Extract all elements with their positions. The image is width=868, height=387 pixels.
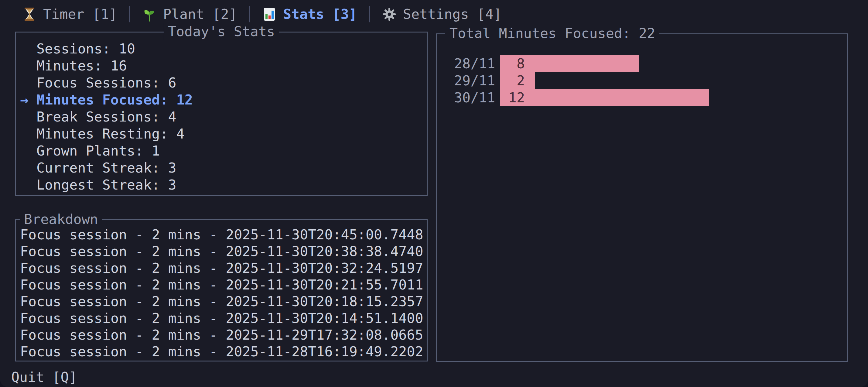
stat-text: Sessions: 10 xyxy=(36,41,135,57)
minutes-bar-chart: 28/11829/11230/1112 xyxy=(437,34,847,106)
tab-plant-label: Plant [2] xyxy=(163,6,237,23)
chart-row: 30/1112 xyxy=(454,89,847,106)
chart-category-label: 29/11 xyxy=(454,72,495,89)
bar-chart-icon xyxy=(262,7,277,22)
stat-row[interactable]: →Minutes Focused: 12 xyxy=(20,91,427,109)
todays-stats-panel: Today's Stats Sessions: 10Minutes: 16Foc… xyxy=(15,32,428,196)
chart-category-label: 30/11 xyxy=(454,89,495,106)
gear-icon xyxy=(382,7,397,22)
tab-divider: │ xyxy=(245,6,254,23)
tab-settings[interactable]: Settings [4] xyxy=(382,6,502,23)
todays-stats-title: Today's Stats xyxy=(164,23,279,40)
stat-text: Break Sessions: 4 xyxy=(36,109,177,125)
breakdown-entry: Focus session - 2 mins - 2025-11-30T20:1… xyxy=(20,310,427,327)
stat-row[interactable]: Focus Sessions: 6 xyxy=(20,75,427,91)
breakdown-panel: Breakdown Focus session - 2 mins - 2025-… xyxy=(15,219,428,361)
tab-timer[interactable]: Timer [1] xyxy=(22,6,117,23)
chart-row: 29/112 xyxy=(454,72,847,89)
stat-text: Grown Plants: 1 xyxy=(36,143,160,159)
selection-arrow-icon: → xyxy=(20,91,36,109)
seedling-icon xyxy=(142,7,157,22)
chart-category-label: 28/11 xyxy=(454,55,495,72)
chart-bar: 2 xyxy=(500,72,535,89)
breakdown-list: Focus session - 2 mins - 2025-11-30T20:4… xyxy=(16,220,427,360)
breakdown-title: Breakdown xyxy=(20,211,102,228)
stat-text: Current Streak: 3 xyxy=(36,160,177,176)
breakdown-entry: Focus session - 2 mins - 2025-11-30T20:3… xyxy=(20,260,427,276)
tab-timer-label: Timer [1] xyxy=(43,6,117,23)
stat-row[interactable]: Grown Plants: 1 xyxy=(20,143,427,159)
stat-row[interactable]: Sessions: 10 xyxy=(20,40,427,57)
breakdown-entry: Focus session - 2 mins - 2025-11-30T20:4… xyxy=(20,226,427,243)
chart-bar-value: 12 xyxy=(508,89,525,106)
tab-divider: │ xyxy=(125,6,134,23)
chart-bar-value: 8 xyxy=(508,55,525,72)
total-minutes-panel: Total Minutes Focused: 22 28/11829/11230… xyxy=(436,33,848,362)
chart-bar: 8 xyxy=(500,55,639,72)
tab-divider: │ xyxy=(365,6,374,23)
breakdown-entry: Focus session - 2 mins - 2025-11-29T17:3… xyxy=(20,327,427,343)
hourglass-icon xyxy=(22,7,37,22)
chart-row: 28/118 xyxy=(454,55,847,72)
stat-text: Longest Streak: 3 xyxy=(36,177,177,193)
tab-bar: Timer [1] │ Plant [2] │ xyxy=(22,5,502,24)
breakdown-entry: Focus session - 2 mins - 2025-11-30T20:3… xyxy=(20,243,427,260)
stat-row[interactable]: Longest Streak: 3 xyxy=(20,177,427,194)
stat-text: Minutes Resting: 4 xyxy=(36,126,185,142)
quit-hint[interactable]: Quit [Q] xyxy=(11,369,77,386)
total-minutes-title: Total Minutes Focused: 22 xyxy=(445,25,659,42)
tab-stats-label: Stats [3] xyxy=(283,6,357,23)
breakdown-entry: Focus session - 2 mins - 2025-11-30T20:2… xyxy=(20,276,427,293)
stat-text: Minutes Focused: 12 xyxy=(36,92,193,108)
chart-bar: 12 xyxy=(500,89,709,106)
stat-row[interactable]: Break Sessions: 4 xyxy=(20,109,427,125)
tab-stats[interactable]: Stats [3] xyxy=(262,6,357,23)
stat-row[interactable]: Minutes Resting: 4 xyxy=(20,125,427,143)
stat-text: Minutes: 16 xyxy=(36,58,127,74)
stat-row[interactable]: Minutes: 16 xyxy=(20,57,427,75)
stat-text: Focus Sessions: 6 xyxy=(36,75,177,91)
stat-row[interactable]: Current Streak: 3 xyxy=(20,159,427,177)
breakdown-entry: Focus session - 2 mins - 2025-11-28T16:1… xyxy=(20,343,427,360)
chart-bar-value: 2 xyxy=(508,72,525,89)
stats-list: Sessions: 10Minutes: 16Focus Sessions: 6… xyxy=(16,32,427,194)
tab-plant[interactable]: Plant [2] xyxy=(142,6,237,23)
breakdown-entry: Focus session - 2 mins - 2025-11-30T20:1… xyxy=(20,293,427,310)
app-window: Timer [1] │ Plant [2] │ xyxy=(0,0,868,387)
tab-settings-label: Settings [4] xyxy=(403,6,502,23)
